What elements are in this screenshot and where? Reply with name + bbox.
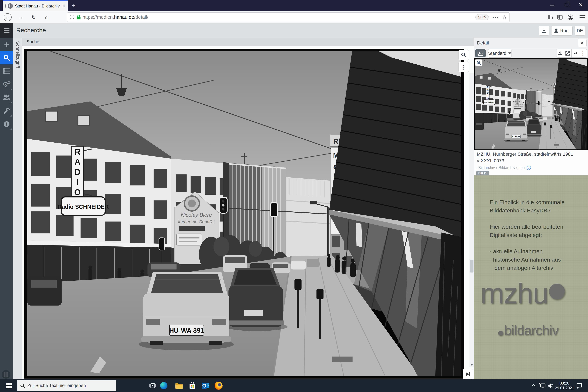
sidebar-item-tools[interactable] [0,104,13,118]
zoom-level-badge[interactable]: 90% [476,14,489,20]
tab-close-icon[interactable]: × [62,3,65,9]
sidebar-item-settings[interactable]: ⚙⚙ [0,78,13,91]
tab-title: Stadt Hanau - Bildarchiv [15,4,60,8]
network-icon[interactable] [538,379,547,392]
volume-icon[interactable] [546,379,555,392]
magnifier-plus-icon [476,60,481,65]
window-minimize-button[interactable] [547,0,558,10]
media-type-badge: BILD [476,171,489,176]
breadcrumb-arrow-icon: ▸ [476,166,477,170]
task-view-icon [149,382,156,389]
language-button[interactable]: DE [574,26,585,36]
share-arrow-icon [573,51,578,56]
tray-expand-icon[interactable] [530,379,538,392]
detail-fullscreen-button[interactable] [564,49,572,58]
browser-tab[interactable]: Stadt Hanau - Bildarchiv × [3,0,68,11]
sidebar-item-new[interactable]: + [0,38,13,51]
back-button[interactable]: ← [3,11,12,23]
app-menu-button[interactable] [0,23,13,38]
taskbar-clock[interactable]: 08:26 29.01.2021 [555,379,574,392]
sidebar-item-info[interactable]: i [0,118,13,131]
image-number: # XXXI_0073 [477,158,504,164]
library-icon[interactable] [547,11,553,23]
forward-button[interactable]: → [16,11,25,23]
detail-title: Detail [477,40,489,46]
people-icon [3,94,10,100]
task-view-button[interactable] [147,379,158,392]
page-actions-icon[interactable]: ••• [492,14,499,20]
account-icon[interactable] [567,11,574,23]
microsoft-store-icon[interactable] [186,379,198,392]
submenu-corner-indicator [10,114,12,116]
detail-share-button[interactable] [572,49,579,58]
new-tab-button[interactable]: + [70,2,77,9]
content-search-button[interactable] [458,50,469,60]
sidebar-item-groups[interactable] [0,91,13,104]
breadcrumb-item[interactable]: Bildarchiv [478,166,495,170]
submenu-corner-indicator [10,101,12,103]
action-center-icon[interactable] [574,379,584,392]
detail-panel: Detail × Standard ⋮ MZHU, Nürnberg [474,38,588,379]
user-button[interactable]: Root [551,26,572,36]
content-more-button[interactable]: ⋮ [458,62,469,72]
browser-titlebar: Stadt Hanau - Bildarchiv × + × [0,0,588,11]
url-bar[interactable]: i https://medien.hanau.de/detail/ 90% ••… [67,12,510,22]
search-icon [461,52,466,58]
skip-to-end-button[interactable] [463,369,473,380]
vertical-scrollbar[interactable] [469,73,474,367]
favicon-arc [5,3,7,9]
breadcrumb-item[interactable]: Bildarchiv offen [499,166,525,170]
search-tab-bar[interactable]: Suche [22,38,474,46]
firefox-icon[interactable] [213,379,224,392]
reload-button[interactable]: ↻ [30,11,38,23]
app-sidebar: + ⚙⚙ i [0,38,13,379]
browser-navbar: ← → ↻ ⌂ i https://medien.hanau.de/detail… [0,11,588,23]
window-restore-button[interactable] [561,0,572,10]
outlook-icon[interactable] [200,379,212,392]
gear-small-icon: ⚙ [7,80,11,85]
download-icon [558,51,562,56]
browser-menu-icon[interactable] [580,11,585,23]
thumbnail-zoom-button[interactable] [475,60,482,66]
url-text: https://medien.hanau.de/detail/ [82,14,476,20]
file-explorer-icon[interactable] [173,379,185,392]
archive-logo-dot [498,331,503,336]
scroll-up-arrow[interactable] [469,73,474,78]
quick-access-strip[interactable]: Schnellzugriff [13,38,22,379]
sidebar-item-list[interactable] [0,64,13,78]
window-close-button[interactable]: × [575,0,586,10]
start-button[interactable] [3,379,14,392]
header-download-button[interactable] [539,26,549,36]
windows-logo-icon [6,383,12,388]
detail-more-button[interactable]: ⋮ [579,49,587,58]
windows-taskbar: 08:26 29.01.2021 [0,379,588,392]
view-mode-select[interactable]: Standard [488,49,512,58]
scroll-down-arrow[interactable] [469,362,474,367]
page-title: Recherche [16,27,46,34]
main-photo[interactable] [24,49,464,378]
breadcrumb-info-icon[interactable]: i [526,166,531,170]
detail-download-button[interactable] [556,49,564,58]
home-button[interactable]: ⌂ [42,11,51,23]
detail-close-button[interactable]: × [578,39,586,47]
detail-header: Detail × [474,38,588,48]
bookmark-star-icon[interactable]: ☆ [502,14,507,20]
info-panel: Ein Einblick in die kommunale Bilddatenb… [474,176,588,379]
svg-text:i: i [6,122,7,127]
page-info-icon[interactable]: i [70,15,74,20]
detail-toolbar: Standard ⋮ [474,48,588,58]
sidebars-toggle-icon[interactable] [557,11,563,23]
taskbar-search-input[interactable] [28,383,110,388]
edge-browser-icon[interactable] [158,379,170,392]
breadcrumb[interactable]: ▸ Bildarchiv ▸ Bildarchiv offen i [476,166,531,170]
search-icon [20,383,25,388]
taskbar-search[interactable] [17,380,116,391]
sidebar-item-search[interactable] [0,51,13,64]
image-icon [478,51,484,56]
clock-date: 29.01.2021 [555,386,574,390]
search-icon [3,54,10,61]
detail-thumbnail[interactable] [474,58,588,150]
store-bag-icon [189,382,196,389]
scrollbar-thumb[interactable] [470,260,474,272]
media-type-button[interactable] [475,49,486,57]
